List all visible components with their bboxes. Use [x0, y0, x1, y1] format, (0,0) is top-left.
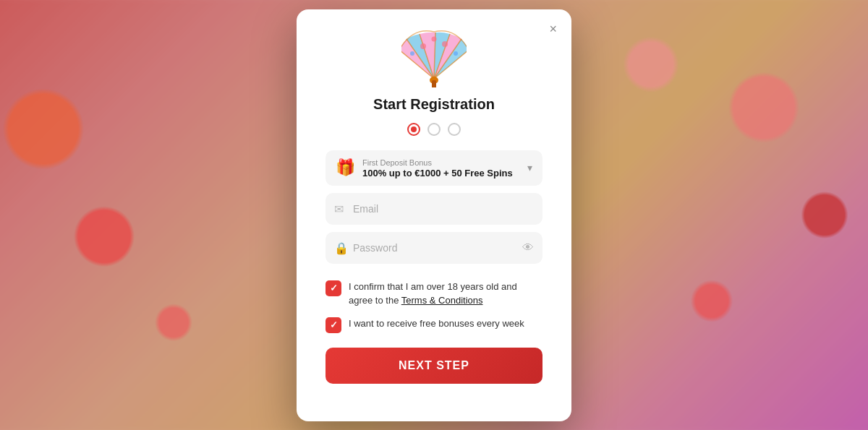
svg-point-10	[410, 51, 414, 56]
checkmark-icon-2: ✓	[330, 320, 338, 330]
email-input[interactable]	[326, 193, 542, 225]
modal-backdrop: ×	[0, 0, 868, 430]
email-input-group: ✉	[326, 193, 542, 225]
lock-icon: 🔒	[334, 241, 349, 254]
bonuses-row: ✓ I want to receive free bonuses every w…	[326, 317, 542, 333]
modal-title: Start Registration	[373, 96, 495, 113]
age-confirmation-row: ✓ I confirm that I am over 18 years old …	[326, 280, 542, 308]
svg-point-11	[454, 51, 458, 56]
svg-point-8	[442, 41, 448, 47]
bonus-text: First Deposit Bonus 100% up to €1000 + 5…	[362, 158, 513, 179]
svg-rect-13	[432, 80, 436, 87]
fan-icon	[401, 30, 467, 87]
age-checkbox-label: I confirm that I am over 18 years old an…	[349, 280, 542, 308]
bonus-dropdown[interactable]: 🎁 First Deposit Bonus 100% up to €1000 +…	[326, 150, 542, 186]
step-1	[407, 123, 420, 136]
bonus-label: First Deposit Bonus	[362, 158, 513, 168]
checkmark-icon: ✓	[330, 283, 338, 293]
next-step-button[interactable]: NEXT STEP	[326, 348, 542, 384]
email-icon: ✉	[334, 202, 344, 215]
registration-modal: ×	[297, 9, 571, 421]
password-input[interactable]	[326, 232, 542, 264]
bonus-value: 100% up to €1000 + 50 Free Spins	[362, 168, 513, 179]
password-input-group: 🔒 👁	[326, 232, 542, 264]
step-2	[427, 123, 441, 136]
terms-link[interactable]: Terms & Conditions	[401, 295, 483, 306]
svg-point-9	[432, 36, 437, 41]
bonuses-checkbox[interactable]: ✓	[326, 317, 341, 333]
step-3	[448, 123, 461, 136]
bonus-left: 🎁 First Deposit Bonus 100% up to €1000 +…	[336, 158, 513, 179]
age-checkbox[interactable]: ✓	[326, 280, 341, 296]
bonus-gift-icon: 🎁	[336, 158, 355, 177]
close-button[interactable]: ×	[546, 20, 560, 38]
svg-point-7	[420, 43, 426, 49]
chevron-down-icon: ▾	[527, 162, 532, 173]
step-indicators	[407, 123, 461, 136]
eye-icon[interactable]: 👁	[522, 241, 534, 254]
bonuses-checkbox-label: I want to receive free bonuses every wee…	[349, 317, 524, 331]
